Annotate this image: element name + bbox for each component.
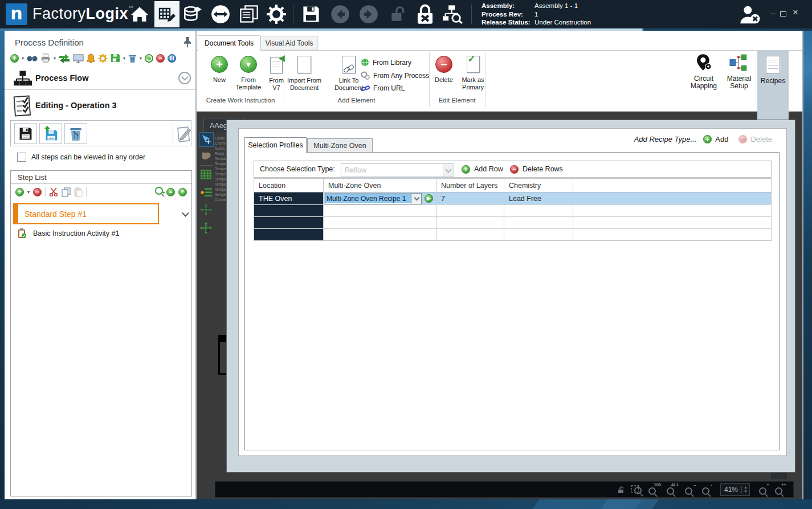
minimize-button[interactable]: –: [769, 8, 778, 19]
cell-location[interactable]: [254, 217, 324, 228]
from-library-button[interactable]: From Library: [361, 58, 411, 67]
delete-element-button[interactable]: − Delete: [431, 56, 456, 84]
add-step-dropdown[interactable]: ▾: [27, 190, 30, 195]
grid-tool[interactable]: [201, 170, 211, 182]
cell-layers[interactable]: [436, 229, 504, 240]
transfer-button[interactable]: [211, 5, 230, 26]
add-recipe-type-button[interactable]: + Add: [703, 135, 728, 143]
process-search-button[interactable]: [442, 5, 464, 26]
move-up-button[interactable]: ▲: [166, 188, 175, 196]
circuit-mapping-button[interactable]: Circuit Mapping: [685, 54, 722, 90]
table-row[interactable]: THE Oven Multi-Zone Oven Recipe 1 ▶ 7 Le…: [254, 192, 771, 205]
order-checkbox[interactable]: [17, 153, 26, 162]
activity-row[interactable]: Basic Instruction Activity #1: [18, 228, 119, 239]
move-down-button[interactable]: ▼: [178, 188, 187, 196]
from-template-button[interactable]: ▼ From Template: [232, 56, 264, 91]
cell-location[interactable]: [254, 229, 324, 240]
scrollbar-thumb[interactable]: [771, 472, 787, 479]
pin-button[interactable]: [182, 36, 193, 50]
recipe-combobox[interactable]: Multi-Zone Oven Recipe 1: [325, 193, 422, 204]
data-import-button[interactable]: [182, 5, 203, 26]
selection-type-dropdown[interactable]: [443, 164, 454, 176]
remove-step-button[interactable]: −: [33, 188, 42, 196]
cell-location[interactable]: THE Oven: [254, 192, 324, 204]
zoom-in-fast-button[interactable]: ++: [775, 485, 785, 495]
process-flow-row[interactable]: Process Flow: [5, 67, 195, 90]
settings-button[interactable]: [266, 4, 287, 27]
material-setup-button[interactable]: Material Setup: [722, 54, 756, 90]
move-element-tool-disabled[interactable]: [200, 204, 212, 218]
cell-chemistry[interactable]: [504, 229, 573, 240]
select-tool-selected[interactable]: [199, 132, 214, 147]
add-button[interactable]: +: [10, 54, 19, 63]
table-row[interactable]: [254, 205, 771, 217]
paste-icon[interactable]: [74, 187, 83, 197]
col-chemistry[interactable]: Chemistry: [504, 179, 573, 192]
add-dropdown[interactable]: ▾: [22, 56, 24, 61]
presentation-icon[interactable]: [73, 54, 84, 63]
close-button[interactable]: ×: [791, 7, 800, 19]
cell-recipe[interactable]: [324, 229, 436, 240]
import-operation-button[interactable]: [39, 123, 62, 144]
unlock-button[interactable]: [389, 5, 407, 26]
documents-button[interactable]: [239, 5, 259, 26]
new-button[interactable]: + New: [206, 56, 232, 84]
selection-type-combobox-disabled[interactable]: Reflow: [341, 163, 454, 177]
recipe-combobox-dropdown[interactable]: [411, 194, 421, 204]
delete-db-trash-icon[interactable]: [128, 54, 137, 63]
delete-db-dropdown[interactable]: ▾: [140, 56, 142, 61]
pause-button[interactable]: [168, 54, 176, 63]
import-from-document-button[interactable]: Import From Document: [283, 56, 325, 92]
refresh-button[interactable]: [145, 54, 153, 63]
cell-layers[interactable]: [436, 217, 504, 228]
zoom-100-button[interactable]: 100: [648, 485, 660, 495]
edit-instruction-button[interactable]: [176, 123, 191, 144]
redo-button[interactable]: [359, 5, 378, 26]
save-button[interactable]: [301, 5, 321, 26]
from-any-process-button[interactable]: From Any Process: [361, 71, 429, 80]
undo-button[interactable]: [330, 5, 350, 26]
transfer-steps-icon[interactable]: [59, 54, 70, 63]
col-number-of-layers[interactable]: Number of Layers: [436, 179, 504, 192]
zoom-selection-button[interactable]: [631, 485, 642, 494]
move-element-tool[interactable]: [200, 222, 212, 236]
tab-document-tools[interactable]: Document Tools: [198, 35, 260, 51]
cell-recipe[interactable]: [324, 217, 436, 228]
open-recipe-button[interactable]: ▶: [425, 194, 433, 203]
lock-small-icon[interactable]: [618, 486, 625, 494]
step-item-selected[interactable]: Standard Step #1: [13, 203, 159, 224]
add-row-button[interactable]: + Add Row: [462, 165, 503, 174]
table-row[interactable]: [254, 229, 771, 240]
recipes-button-selected[interactable]: Recipes: [757, 50, 789, 121]
cell-extra[interactable]: [573, 192, 771, 204]
zoom-in-button[interactable]: +: [759, 485, 768, 495]
delete-operation-button[interactable]: [64, 123, 87, 144]
cell-layers[interactable]: [436, 205, 504, 216]
list-tool[interactable]: [201, 187, 213, 200]
cell-layers[interactable]: 7: [436, 192, 504, 204]
cell-chemistry[interactable]: [504, 217, 573, 228]
print-icon[interactable]: [40, 54, 51, 63]
table-row[interactable]: [254, 217, 771, 229]
cell-chemistry[interactable]: Lead Free: [504, 192, 573, 204]
zoom-level-spinner[interactable]: 41% ▲▼: [720, 483, 750, 496]
cell-extra[interactable]: [573, 229, 771, 240]
col-extra[interactable]: [573, 179, 771, 192]
maximize-button[interactable]: [780, 11, 786, 17]
zoom-all-button[interactable]: ALL: [667, 485, 678, 495]
print-dropdown[interactable]: ▾: [54, 56, 56, 61]
cell-extra[interactable]: [573, 217, 771, 228]
tab-multi-zone-oven[interactable]: Multi-Zone Oven: [307, 138, 373, 153]
cell-location[interactable]: [254, 205, 324, 216]
delete-rows-button[interactable]: − Delete Rows: [510, 165, 563, 174]
zoom-out-button[interactable]: -: [702, 485, 711, 495]
zoom-step-button[interactable]: +: [155, 187, 163, 197]
save-operation-button[interactable]: [14, 123, 37, 144]
export-disk-icon[interactable]: [111, 54, 120, 63]
from-url-button[interactable]: From URL: [361, 84, 405, 92]
zoom-out-fast-button[interactable]: --: [685, 485, 695, 495]
copy-icon[interactable]: [62, 187, 71, 197]
cell-chemistry[interactable]: [504, 205, 573, 216]
logout-user-button[interactable]: [739, 5, 762, 27]
col-location[interactable]: Location: [254, 179, 324, 192]
